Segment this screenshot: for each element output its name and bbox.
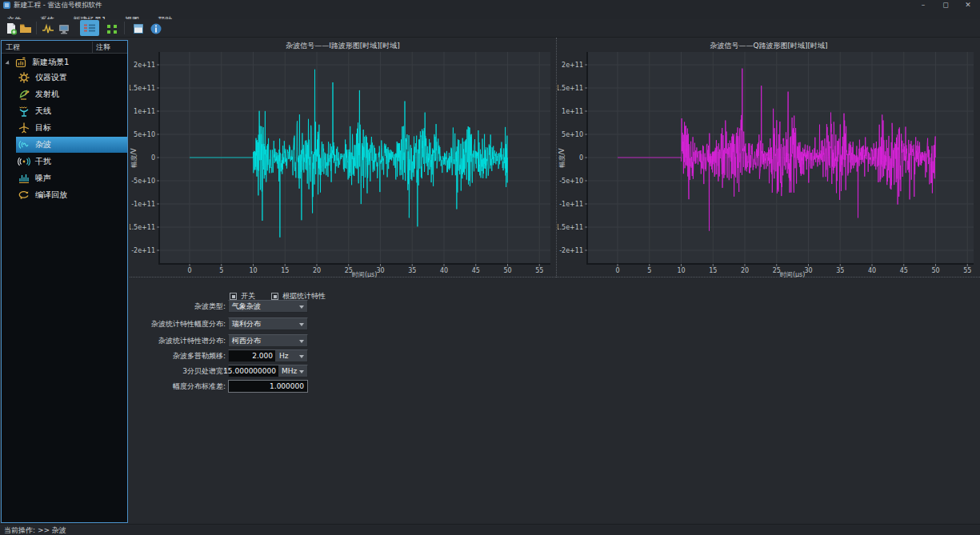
svg-text:45: 45: [900, 267, 908, 274]
close-button[interactable]: ✕: [959, 0, 977, 10]
svg-text:10: 10: [677, 267, 685, 274]
chevron-down-icon: [299, 370, 304, 373]
amplitude-dist-label: 杂波统计特性幅度分布:: [130, 317, 226, 331]
minimize-button[interactable]: –: [914, 0, 932, 10]
run-button[interactable]: [104, 21, 120, 36]
tree-header: 工程 注释: [2, 41, 127, 54]
tree-root-scene[interactable]: 新建场景1: [3, 54, 127, 70]
chart-q-title: 杂波信号——Q路波形图[时域][时域]: [558, 41, 980, 51]
chevron-down-icon: [299, 340, 304, 343]
svg-text:55: 55: [963, 267, 971, 274]
clutter-icon: [18, 138, 30, 151]
info-icon: [149, 22, 163, 36]
display-layout-button[interactable]: [80, 20, 99, 36]
sidebar-item-transmitter[interactable]: 发射机: [16, 86, 127, 102]
stddev-input[interactable]: 1.000000: [228, 380, 308, 393]
waveform-button[interactable]: [40, 21, 56, 36]
chart-q-plot: 05101520253035404550552e+111.5e+111e+115…: [558, 38, 980, 277]
maximize-button[interactable]: ◻: [937, 0, 954, 10]
onoff-label: 开关: [241, 292, 255, 300]
clutter-type-select[interactable]: 气象杂波: [228, 300, 308, 313]
svg-text:2e+11: 2e+11: [562, 62, 583, 69]
svg-text:-1e+11: -1e+11: [131, 201, 155, 208]
sidebar-item-noise[interactable]: 噪声: [16, 170, 127, 186]
app-icon: [3, 2, 10, 9]
svg-text:40: 40: [868, 267, 876, 274]
svg-text:30: 30: [804, 267, 812, 274]
new-file-button[interactable]: [3, 21, 19, 36]
svg-text:5: 5: [219, 267, 223, 274]
panel-view-button[interactable]: [130, 21, 146, 36]
scene-icon: [14, 56, 27, 69]
tree-header-note[interactable]: 注释: [96, 41, 110, 54]
svg-text:10: 10: [249, 267, 257, 274]
svg-text:1e+11: 1e+11: [562, 108, 583, 115]
tree-header-project[interactable]: 工程: [6, 41, 20, 54]
title-bar: 新建工程 - 雷达信号模拟软件 – ◻ ✕: [0, 0, 980, 10]
svg-text:30: 30: [376, 267, 384, 274]
statistical-checkbox[interactable]: [271, 293, 278, 300]
statistical-label: 根据统计特性: [282, 292, 326, 300]
svg-text:50: 50: [931, 267, 939, 274]
bandwidth-value[interactable]: 15.000000000: [223, 365, 276, 377]
svg-text:0: 0: [579, 154, 583, 162]
svg-text:0: 0: [615, 267, 619, 274]
open-folder-button[interactable]: [18, 21, 34, 36]
charts-region: 05101520253035404550552e+111.5e+111e+115…: [130, 38, 980, 277]
doppler-shift-label: 杂波多普勒频移:: [130, 349, 226, 363]
sidebar-item-target[interactable]: 目标: [16, 120, 127, 136]
chevron-down-icon: [299, 305, 304, 309]
bandwidth-unit: MHz: [282, 365, 297, 377]
interference-icon: [18, 155, 30, 168]
svg-text:55: 55: [535, 267, 543, 274]
doppler-shift-value[interactable]: 2.000: [252, 350, 273, 361]
info-button[interactable]: [148, 21, 164, 36]
svg-text:1.5e+11: 1.5e+11: [558, 85, 583, 92]
main-area: 工程 注释 新建场景1: [0, 38, 980, 524]
sidebar-item-replay[interactable]: 编译回放: [16, 187, 127, 203]
target-plane-icon: [18, 122, 30, 134]
sidebar-item-instrument-settings[interactable]: 仪器设置: [16, 70, 127, 86]
sidebar-item-interference[interactable]: 干扰: [16, 154, 127, 170]
antenna-icon: [18, 105, 30, 118]
clutter-type-label: 杂波类型:: [130, 300, 226, 313]
svg-text:5: 5: [647, 267, 651, 274]
device-button[interactable]: [56, 21, 72, 36]
svg-text:15: 15: [281, 267, 289, 274]
app-window: 新建工程 - 雷达信号模拟软件 – ◻ ✕ 文件 系统 新建场景1 视图 帮助: [0, 0, 980, 535]
transmitter-icon: [18, 88, 30, 101]
stddev-label: 幅度分布标准差:: [130, 380, 226, 393]
panel-view-icon: [131, 22, 146, 36]
chevron-down-icon: [299, 323, 304, 326]
bandwidth-field[interactable]: 15.000000000 MHz: [228, 365, 308, 377]
window-title: 新建工程 - 雷达信号模拟软件: [14, 1, 102, 10]
status-text: 当前操作: >> 杂波: [4, 525, 66, 535]
replay-icon: [18, 189, 30, 202]
amplitude-dist-select[interactable]: 瑞利分布: [228, 317, 308, 330]
svg-text:1.5e+11: 1.5e+11: [130, 85, 155, 92]
expander-icon[interactable]: [5, 60, 10, 66]
bandwidth-label: 3分贝处谱宽:: [130, 365, 226, 378]
spectrum-dist-select[interactable]: 柯西分布: [228, 334, 308, 347]
tree-header-divider: [92, 42, 93, 53]
svg-text:时间(μs): 时间(μs): [780, 271, 806, 277]
open-folder-icon: [18, 22, 33, 36]
new-file-icon: [4, 22, 18, 36]
status-bar: 当前操作: >> 杂波: [0, 524, 980, 535]
display-layout-icon: [81, 21, 98, 35]
svg-text:1e+11: 1e+11: [134, 108, 155, 115]
doppler-shift-field[interactable]: 2.000 Hz: [228, 349, 308, 362]
svg-text:45: 45: [472, 267, 480, 274]
svg-text:35: 35: [836, 267, 844, 274]
svg-text:5e+10: 5e+10: [134, 131, 155, 138]
svg-text:0: 0: [187, 267, 191, 274]
sidebar-item-antenna[interactable]: 天线: [16, 103, 127, 119]
content-area: 05101520253035404550552e+111.5e+111e+115…: [130, 38, 980, 524]
svg-text:时间(μs): 时间(μs): [352, 271, 378, 277]
chart-i-panel: 05101520253035404550552e+111.5e+111e+115…: [130, 38, 557, 277]
sidebar-item-clutter[interactable]: 杂波: [16, 137, 127, 153]
onoff-checkbox[interactable]: [230, 293, 237, 300]
svg-text:20: 20: [313, 267, 321, 274]
svg-text:-2e+11: -2e+11: [131, 247, 155, 254]
svg-text:-5e+10: -5e+10: [131, 178, 155, 185]
